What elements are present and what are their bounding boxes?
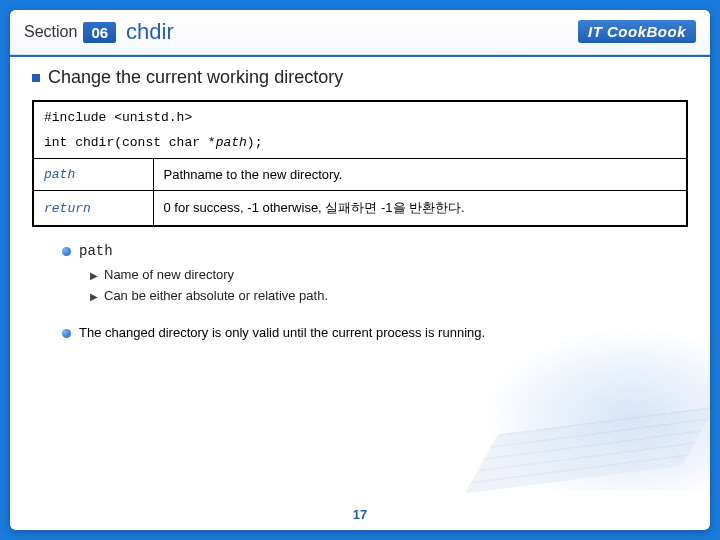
param-desc: 0 for success, -1 otherwise, 실패하면 -1을 반환… [153, 191, 687, 227]
detail-heading: path [62, 243, 688, 259]
note-line: The changed directory is only valid unti… [62, 325, 688, 340]
dot-bullet-icon [62, 329, 71, 338]
prototype-line: int chdir(const char *path); [44, 135, 676, 150]
detail-heading-text: path [79, 243, 113, 259]
proto-param: path [216, 135, 247, 150]
slide: Section 06 chdir IT CookBook Change the … [10, 10, 710, 530]
detail-item-text: Can be either absolute or relative path. [104, 288, 328, 303]
triangle-bullet-icon: ▶ [90, 270, 98, 281]
header-bar: Section 06 chdir IT CookBook [10, 10, 710, 54]
param-name: return [33, 191, 153, 227]
dot-bullet-icon [62, 247, 71, 256]
section-title: chdir [126, 19, 174, 45]
detail-item: ▶Can be either absolute or relative path… [90, 288, 688, 303]
table-row: path Pathname to the new directory. [33, 159, 687, 191]
subtitle: Change the current working directory [32, 67, 688, 88]
section-label: Section [24, 23, 77, 41]
syntax-table: #include <unistd.h> int chdir(const char… [32, 100, 688, 227]
page-number: 17 [10, 507, 710, 522]
table-row: #include <unistd.h> int chdir(const char… [33, 101, 687, 159]
brand-badge: IT CookBook [578, 20, 696, 43]
detail-block: path ▶Name of new directory ▶Can be eith… [62, 243, 688, 303]
detail-item-text: Name of new directory [104, 267, 234, 282]
square-bullet-icon [32, 74, 40, 82]
include-line: #include <unistd.h> [44, 110, 676, 125]
table-row: return 0 for success, -1 otherwise, 실패하면… [33, 191, 687, 227]
param-desc: Pathname to the new directory. [153, 159, 687, 191]
detail-item: ▶Name of new directory [90, 267, 688, 282]
triangle-bullet-icon: ▶ [90, 291, 98, 302]
subtitle-text: Change the current working directory [48, 67, 343, 87]
proto-pre: int chdir(const char * [44, 135, 216, 150]
note-text: The changed directory is only valid unti… [79, 325, 485, 340]
param-name: path [33, 159, 153, 191]
code-cell: #include <unistd.h> int chdir(const char… [33, 101, 687, 159]
section-number: 06 [83, 22, 116, 43]
proto-post: ); [247, 135, 263, 150]
content-area: Change the current working directory #in… [10, 57, 710, 340]
